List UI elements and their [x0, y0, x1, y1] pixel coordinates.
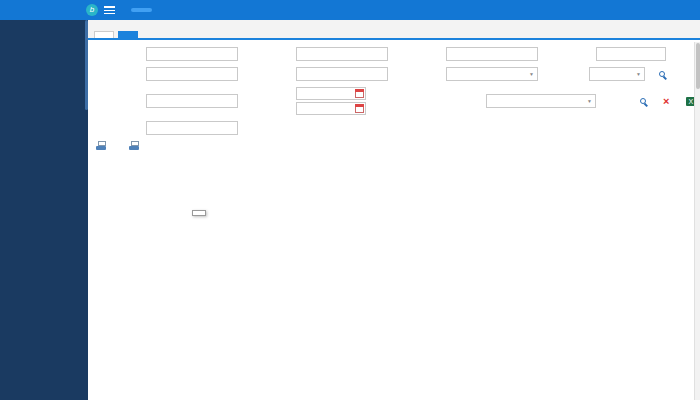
asset-name-input[interactable] — [296, 47, 388, 61]
form-row-4 — [88, 121, 700, 135]
tab-bar — [88, 20, 700, 40]
printer-icon — [129, 141, 140, 150]
inbound-no-input[interactable] — [446, 47, 538, 61]
serial-input[interactable] — [146, 94, 238, 108]
search-icon — [640, 98, 646, 104]
search-icon — [659, 71, 665, 77]
search-panel — [88, 40, 700, 156]
all-button[interactable] — [659, 71, 668, 77]
supplier-input[interactable] — [296, 67, 388, 81]
sidebar — [0, 20, 88, 400]
tab-home[interactable] — [94, 31, 114, 38]
warehouse-select[interactable] — [589, 67, 645, 81]
tab-asset-ledger[interactable] — [118, 31, 138, 38]
form-row-3 — [88, 87, 700, 115]
location-input[interactable] — [146, 121, 238, 135]
date-from-input[interactable] — [296, 87, 366, 100]
dept-select[interactable] — [446, 67, 538, 81]
print-actions-row — [88, 141, 700, 150]
form-row-1 — [88, 47, 700, 61]
calendar-icon[interactable] — [355, 89, 364, 98]
status-select[interactable] — [486, 94, 596, 108]
form-row-2 — [88, 67, 700, 81]
scrollbar-thumb[interactable] — [696, 43, 700, 89]
topbar — [0, 0, 700, 20]
barcode-input[interactable] — [146, 47, 238, 61]
date-to-input[interactable] — [296, 102, 366, 115]
user-menu-button[interactable] — [131, 8, 152, 12]
barcode-tooltip — [192, 210, 206, 216]
search-button[interactable] — [640, 98, 649, 104]
printer-icon — [96, 141, 107, 150]
calendar-icon[interactable] — [355, 104, 364, 113]
kind-input[interactable] — [146, 67, 238, 81]
logo-badge-icon[interactable] — [86, 4, 98, 16]
print-rfid-button[interactable] — [129, 141, 144, 150]
main-scrollbar[interactable] — [694, 42, 700, 400]
clear-button[interactable] — [663, 97, 672, 105]
main-content — [88, 20, 700, 400]
clear-icon — [663, 97, 669, 105]
hamburger-menu-icon[interactable] — [104, 6, 115, 15]
user-input[interactable] — [596, 47, 666, 61]
print-label-button[interactable] — [96, 141, 111, 150]
